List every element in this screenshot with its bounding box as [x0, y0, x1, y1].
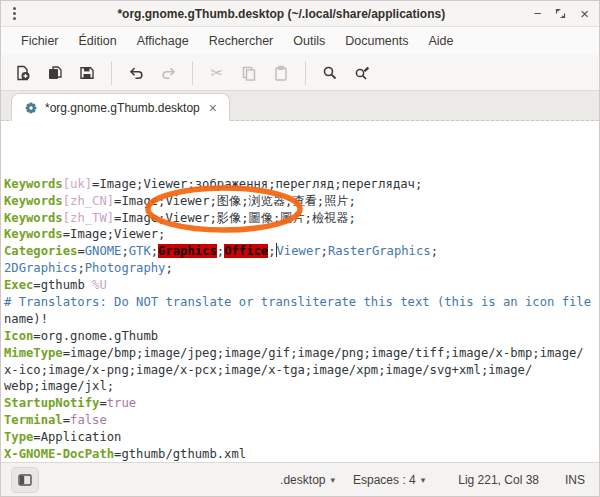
search-icon — [322, 65, 338, 81]
code-line: 2DGraphics;Photography; — [4, 260, 599, 277]
code-segment: [zh_CN] — [63, 194, 114, 208]
code-segment: Categories — [4, 244, 77, 258]
toolbar: ✂ — [1, 55, 599, 91]
redo-button[interactable] — [152, 59, 184, 87]
code-segment: = — [77, 244, 84, 258]
insert-mode-indicator[interactable]: INS — [555, 469, 589, 491]
minimize-icon: − — [534, 7, 542, 20]
code-line: Categories=GNOME;GTK;Graphics;Office;Vie… — [4, 243, 599, 260]
search-button[interactable] — [314, 59, 346, 87]
language-selector[interactable]: .desktop ▾ — [271, 469, 344, 491]
copy-button[interactable] — [233, 59, 265, 87]
kebab-menu-icon[interactable] — [9, 7, 29, 20]
menu-item-aide[interactable]: Aide — [418, 30, 463, 52]
new-document-icon — [15, 65, 31, 81]
tab-width-label: Espaces : 4 — [353, 473, 416, 487]
tab-close-button[interactable]: × — [207, 101, 219, 115]
code-segment: ; — [431, 244, 438, 258]
new-document-button[interactable] — [7, 59, 39, 87]
code-segment: Keywords — [4, 227, 63, 241]
open-button[interactable] — [39, 59, 71, 87]
code-segment: Keywords — [4, 194, 63, 208]
paste-icon — [273, 65, 289, 81]
code-segment: x-ico;image/x-png;image/x-pcx;image/x-tg… — [4, 363, 532, 377]
code-segment: %U — [92, 278, 107, 292]
code-line: Terminal=false — [4, 412, 599, 429]
chevron-down-icon: ▾ — [421, 475, 426, 485]
find-replace-button[interactable] — [346, 59, 378, 87]
undo-icon — [128, 65, 145, 81]
cut-icon: ✂ — [211, 64, 224, 82]
code-segment: GNOME — [85, 244, 122, 258]
code-segment: Graphics — [158, 244, 217, 258]
code-line: name)! — [4, 311, 599, 328]
code-segment: GTK — [129, 244, 151, 258]
code-segment: =gthumb — [33, 278, 92, 292]
menu-item-fichier[interactable]: Fichier — [11, 30, 69, 52]
cursor-position[interactable]: Lig 221, Col 38 — [448, 469, 549, 491]
code-segment: webp;image/jxl; — [4, 379, 114, 393]
side-panel-toggle-button[interactable] — [11, 467, 39, 493]
restore-button[interactable] — [555, 8, 566, 19]
code-segment: StartupNotify — [4, 396, 99, 410]
code-segment: name)! — [4, 312, 48, 326]
menu-item-affichage[interactable]: Affichage — [127, 30, 199, 52]
paste-button[interactable] — [265, 59, 297, 87]
code-line: Keywords[zh_TW]=Image;Viewer;影像;圖像;圖片;檢視… — [4, 210, 599, 227]
code-segment: Icon — [4, 329, 33, 343]
open-document-icon — [47, 65, 63, 81]
code-segment: =Application — [33, 430, 121, 444]
code-segment: Office — [224, 244, 268, 258]
close-icon: × — [580, 6, 589, 21]
code-segment: # Translators: Do NOT translate or trans… — [4, 295, 591, 309]
save-icon — [79, 65, 95, 81]
code-segment: ; — [77, 261, 84, 275]
code-segment: Type — [4, 430, 33, 444]
code-segment: =image/bmp;image/jpeg;image/gif;image/pn… — [63, 346, 584, 360]
save-button[interactable] — [71, 59, 103, 87]
code-line: Keywords[uk]=Image;Viewer;зображення;пер… — [4, 176, 599, 193]
minimize-button[interactable]: − — [534, 7, 542, 20]
code-segment: Photography — [85, 261, 166, 275]
code-segment: X-GNOME-DocPath — [4, 447, 114, 461]
code-segment: false — [70, 413, 107, 427]
menu-item-outils[interactable]: Outils — [283, 30, 335, 52]
code-line: X-GNOME-DocPath=gthumb/gthumb.xml — [4, 446, 599, 462]
restore-icon — [555, 8, 566, 19]
menu-item-documents[interactable]: Documents — [335, 30, 418, 52]
code-segment: =gthumb/gthumb.xml — [114, 447, 246, 461]
code-segment: RasterGraphics — [328, 244, 431, 258]
code-segment: Keywords — [4, 177, 63, 191]
code-line: Exec=gthumb %U — [4, 277, 599, 294]
statusbar-right: .desktop ▾ Espaces : 4 ▾ Lig 221, Col 38… — [271, 469, 589, 491]
code-line: Keywords=Image;Viewer; — [4, 226, 599, 243]
code-line: x-ico;image/x-png;image/x-pcx;image/x-tg… — [4, 362, 599, 379]
code-segment: ; — [321, 244, 328, 258]
titlebar: *org.gnome.gThumb.desktop (~/.local/shar… — [1, 1, 599, 27]
code-line: Keywords[zh_CN]=Image;Viewer;图像;浏览器;查看;照… — [4, 193, 599, 210]
tab-gthumb-desktop[interactable]: *org.gnome.gThumb.desktop × — [11, 93, 230, 121]
window-title: *org.gnome.gThumb.desktop (~/.local/shar… — [29, 7, 534, 21]
window-controls: − × — [534, 6, 591, 21]
chevron-down-icon: ▾ — [330, 475, 335, 485]
code-segment: =Image;Viewer;影像;圖像;圖片;檢視器; — [114, 211, 356, 225]
side-panel-icon — [18, 474, 32, 486]
undo-button[interactable] — [120, 59, 152, 87]
menu-item-rechercher[interactable]: Rechercher — [199, 30, 284, 52]
code-segment: true — [107, 396, 136, 410]
code-segment: [uk] — [63, 177, 92, 191]
code-line: Icon=org.gnome.gThumb — [4, 328, 599, 345]
menu-item-edition[interactable]: Édition — [69, 30, 127, 52]
text-editor-area[interactable]: Keywords[uk]=Image;Viewer;зображення;пер… — [1, 121, 599, 462]
tab-width-selector[interactable]: Espaces : 4 ▾ — [344, 469, 434, 491]
close-window-button[interactable]: × — [580, 6, 589, 21]
find-replace-icon — [354, 65, 371, 81]
toolbar-separator — [111, 61, 112, 85]
toolbar-separator — [192, 61, 193, 85]
menubar: FichierÉditionAffichageRechercherOutilsD… — [1, 27, 599, 55]
code-segment: Keywords — [4, 211, 63, 225]
code-segment: ; — [151, 244, 158, 258]
code-line: StartupNotify=true — [4, 395, 599, 412]
cut-button[interactable]: ✂ — [201, 59, 233, 87]
code-line: # Translators: Do NOT translate or trans… — [4, 294, 599, 311]
